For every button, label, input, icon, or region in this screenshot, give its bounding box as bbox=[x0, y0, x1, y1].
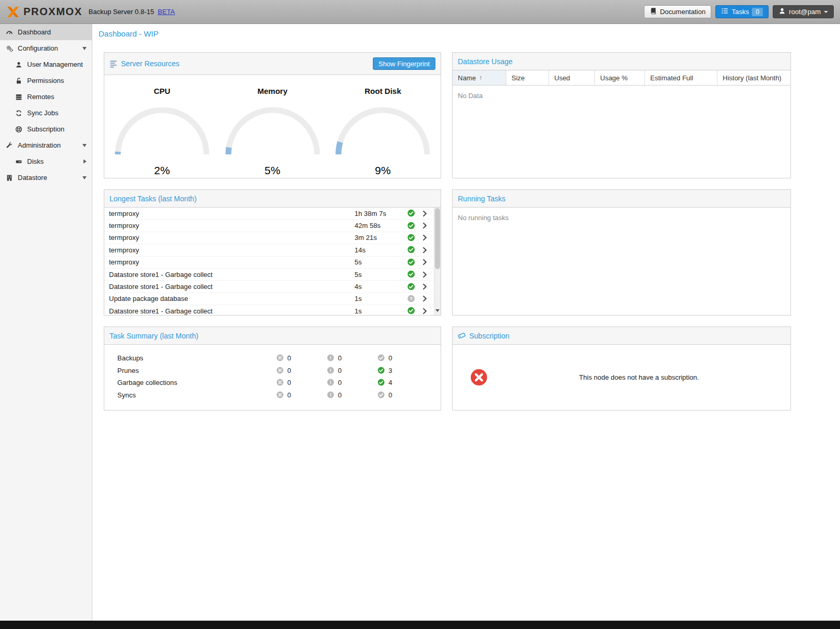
task-row[interactable]: Datastore store1 - Garbage collect 1s ? bbox=[104, 305, 434, 315]
chevron-right-icon[interactable] bbox=[415, 259, 434, 265]
task-name: termproxy bbox=[104, 234, 355, 241]
collapse-arrow-icon[interactable] bbox=[82, 47, 87, 50]
svg-text:!: ! bbox=[330, 380, 331, 385]
ok-count: 4 bbox=[388, 379, 392, 386]
user-menu-button[interactable]: root@pam bbox=[773, 5, 834, 18]
column-header-estimated-full[interactable]: Estimated Full bbox=[645, 70, 717, 85]
expand-arrow-icon[interactable] bbox=[83, 159, 87, 163]
ok-count-icon bbox=[378, 367, 385, 374]
sidebar-item-remotes[interactable]: Remotes bbox=[0, 89, 92, 105]
task-summary-label: Garbage collections bbox=[104, 379, 276, 386]
sidebar-item-administration[interactable]: Administration bbox=[0, 137, 92, 153]
task-row[interactable]: termproxy 5s ? bbox=[104, 257, 434, 269]
task-summary-row: Garbage collections 0 ! 0 4 bbox=[104, 377, 441, 389]
sidebar-item-sync-jobs[interactable]: Sync Jobs bbox=[0, 105, 92, 121]
task-status-icon: ? bbox=[407, 270, 415, 279]
running-tasks-header: Running Tasks bbox=[453, 190, 790, 208]
task-name: Update package database bbox=[104, 295, 355, 303]
root-disk-gauge-value: 9% bbox=[330, 164, 435, 177]
task-row[interactable]: termproxy 3m 21s ? bbox=[104, 232, 434, 244]
task-status-icon: ? bbox=[407, 234, 415, 242]
documentation-button[interactable]: Documentation bbox=[644, 5, 711, 18]
server-icon bbox=[15, 93, 23, 101]
error-count-icon bbox=[276, 354, 284, 362]
task-name: Datastore store1 - Garbage collect bbox=[104, 307, 355, 315]
root-disk-gauge: Root Disk 9% bbox=[330, 87, 435, 178]
ticket-icon bbox=[458, 332, 466, 340]
sidebar-item-disks[interactable]: Disks bbox=[0, 153, 92, 170]
svg-text:!: ! bbox=[330, 356, 331, 361]
task-status-icon: ? bbox=[407, 209, 415, 217]
subscription-message: This node does not have a subscription. bbox=[488, 373, 790, 381]
subscription-panel: Subscription This node does not have a s… bbox=[452, 326, 791, 410]
ok-count: 0 bbox=[388, 391, 392, 399]
svg-text:?: ? bbox=[409, 296, 412, 301]
main-content: Dashboard - WIP Server Resources Show Fi… bbox=[92, 24, 840, 621]
hdd-icon bbox=[15, 158, 23, 165]
proxmox-logo[interactable]: PROXMOX bbox=[6, 6, 82, 18]
tasks-button[interactable]: Tasks 0 bbox=[715, 5, 769, 18]
task-status-icon: ? bbox=[407, 246, 415, 254]
column-header-history[interactable]: History (last Month) bbox=[717, 70, 790, 85]
bars-icon bbox=[109, 60, 117, 68]
error-count-icon bbox=[276, 367, 284, 374]
chevron-right-icon[interactable] bbox=[415, 271, 434, 278]
column-header-used[interactable]: Used bbox=[549, 70, 595, 85]
warning-count-icon: ! bbox=[327, 367, 335, 374]
beta-link[interactable]: BETA bbox=[157, 8, 175, 16]
task-row[interactable]: termproxy 1h 38m 7s ? bbox=[104, 208, 434, 220]
collapse-arrow-icon[interactable] bbox=[82, 176, 87, 179]
scrollbar-thumb[interactable] bbox=[435, 208, 440, 269]
chevron-right-icon[interactable] bbox=[415, 247, 434, 253]
task-row[interactable]: Datastore store1 - Garbage collect 5s ? bbox=[104, 269, 434, 281]
task-status-icon: ? bbox=[407, 283, 415, 291]
subscription-body: This node does not have a subscription. bbox=[453, 345, 790, 410]
unlock-icon bbox=[15, 77, 23, 84]
chevron-right-icon[interactable] bbox=[415, 234, 434, 241]
collapse-arrow-icon[interactable] bbox=[82, 144, 87, 147]
task-summary-panel: Task Summary (last Month) Backups 0 ! 0 … bbox=[104, 326, 441, 410]
task-row[interactable]: termproxy 42m 58s ? bbox=[104, 220, 434, 232]
column-header-usage[interactable]: Usage % bbox=[595, 70, 645, 85]
task-status-icon: ? bbox=[407, 258, 415, 267]
warning-count: 0 bbox=[338, 354, 342, 362]
memory-gauge-value: 5% bbox=[220, 164, 325, 177]
task-name: termproxy bbox=[104, 246, 355, 254]
datastore-usage-column-headers: Name↑ Size Used Usage % Estimated Full H… bbox=[453, 70, 790, 86]
user-icon bbox=[778, 7, 786, 16]
tasks-count-badge: 0 bbox=[752, 8, 763, 16]
chevron-right-icon[interactable] bbox=[415, 283, 434, 290]
task-row[interactable]: Update package database 1s ? bbox=[104, 293, 434, 305]
sidebar-item-user-management[interactable]: User Management bbox=[0, 56, 92, 72]
sidebar-item-permissions[interactable]: Permissions bbox=[0, 72, 92, 89]
datastore-usage-header: Datastore Usage bbox=[453, 53, 790, 70]
sidebar-item-dashboard[interactable]: Dashboard bbox=[0, 24, 92, 40]
task-status-icon: ? bbox=[407, 295, 415, 303]
warning-count-icon: ! bbox=[327, 379, 335, 386]
task-summary-label: Syncs bbox=[104, 391, 276, 399]
scrollbar-down-icon[interactable] bbox=[434, 309, 441, 314]
task-duration: 4s bbox=[355, 283, 407, 291]
top-bar: PROXMOX Backup Server 0.8-15 BETA Docume… bbox=[0, 0, 840, 24]
server-resources-header: Server Resources Show Fingerprint bbox=[104, 53, 441, 75]
column-header-size[interactable]: Size bbox=[506, 70, 549, 85]
datastore-usage-empty: No Data bbox=[453, 86, 790, 106]
task-duration: 1s bbox=[355, 307, 407, 315]
sidebar-item-datastore[interactable]: Datastore bbox=[0, 170, 92, 186]
chevron-right-icon[interactable] bbox=[415, 308, 434, 314]
proxmox-x-icon bbox=[6, 6, 20, 18]
sidebar-item-subscription[interactable]: Subscription bbox=[0, 121, 92, 137]
chevron-right-icon[interactable] bbox=[415, 222, 434, 229]
gears-icon bbox=[5, 45, 14, 52]
column-header-name[interactable]: Name↑ bbox=[453, 70, 506, 85]
sidebar-item-configuration[interactable]: Configuration bbox=[0, 40, 92, 56]
chevron-right-icon[interactable] bbox=[415, 210, 434, 217]
show-fingerprint-button[interactable]: Show Fingerprint bbox=[373, 57, 435, 70]
error-count: 0 bbox=[287, 354, 291, 362]
chevron-right-icon[interactable] bbox=[415, 295, 434, 302]
task-row[interactable]: Datastore store1 - Garbage collect 4s ? bbox=[104, 281, 434, 293]
caret-down-icon bbox=[824, 11, 828, 15]
task-row[interactable]: termproxy 14s ? bbox=[104, 244, 434, 256]
scrollbar[interactable] bbox=[434, 208, 441, 315]
task-name: termproxy bbox=[104, 210, 355, 217]
